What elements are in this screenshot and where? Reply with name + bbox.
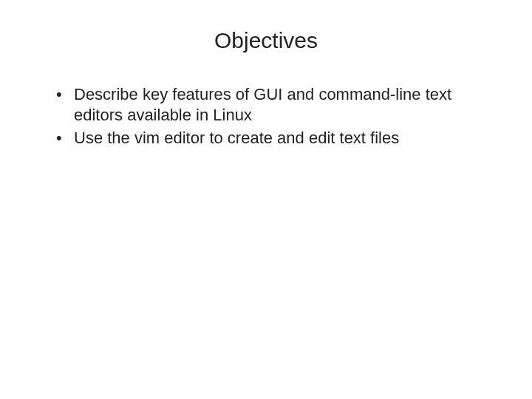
- bullet-list: Describe key features of GUI and command…: [37, 84, 495, 149]
- list-item: Describe key features of GUI and command…: [56, 84, 495, 125]
- list-item: Use the vim editor to create and edit te…: [56, 128, 495, 149]
- slide-title: Objectives: [37, 28, 495, 53]
